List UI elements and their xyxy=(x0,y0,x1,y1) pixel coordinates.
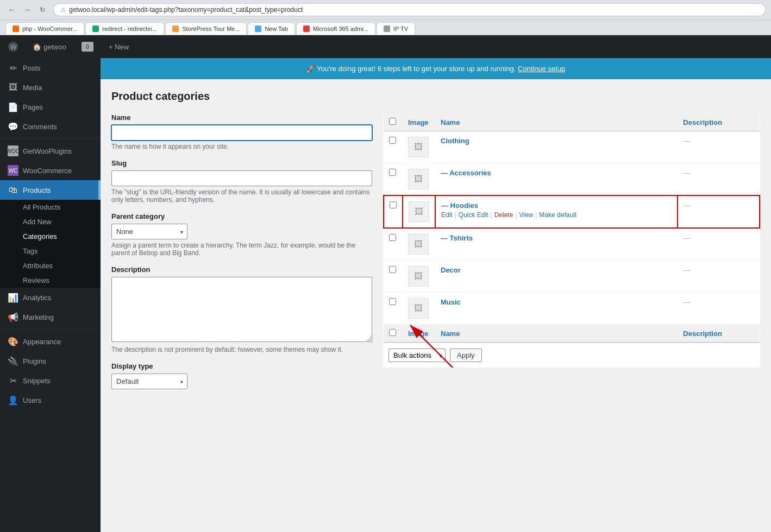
parent-select-wrap: None Clothing Accessories Hoodies Tshirt… xyxy=(111,224,187,239)
category-name-link[interactable]: — Accessories xyxy=(441,169,491,177)
wp-main: ✏ Posts 🖼 Media 📄 Pages 💬 Comments W xyxy=(0,58,771,532)
sidebar-item-appearance[interactable]: 🎨 Appearance xyxy=(0,332,101,351)
row-checkbox[interactable] xyxy=(389,298,396,305)
sidebar-submenu-add-new[interactable]: Add New xyxy=(0,214,101,229)
tab-m365[interactable]: Microsoft 365 admi... xyxy=(296,22,375,35)
row-name-cell: Music xyxy=(435,293,678,325)
category-name-link[interactable]: — Tshirts xyxy=(441,234,473,242)
name-input[interactable] xyxy=(111,125,372,141)
sidebar-item-analytics[interactable]: 📊 Analytics xyxy=(0,288,101,307)
col-header-image[interactable]: Image xyxy=(403,113,435,131)
sidebar-item-media[interactable]: 🖼 Media xyxy=(0,78,101,97)
sidebar-label-comments: Comments xyxy=(23,123,57,131)
row-checkbox[interactable] xyxy=(389,266,396,273)
marketing-icon: 📢 xyxy=(8,312,18,322)
sidebar-item-getwoo[interactable]: WOO GetWooPlugins xyxy=(0,141,101,161)
wp-content: 🚀 You're doing great! 6 steps left to ge… xyxy=(101,58,771,532)
wp-logo[interactable]: W xyxy=(5,39,21,54)
admin-bar-home[interactable]: 🏠 getwoo xyxy=(29,35,70,58)
plugins-icon: 🔌 xyxy=(8,356,18,366)
select-all-checkbox[interactable] xyxy=(389,118,396,125)
col-header-checkbox xyxy=(384,113,403,131)
row-desc-cell: — xyxy=(678,293,760,325)
wp-admin-bar: W 🏠 getwoo 0 + New xyxy=(0,35,771,58)
sidebar-item-plugins[interactable]: 🔌 Plugins xyxy=(0,351,101,371)
category-name-link[interactable]: — Hoodies xyxy=(441,201,478,210)
reload-button[interactable]: ↻ xyxy=(36,3,49,16)
apply-button[interactable]: Apply xyxy=(450,349,482,362)
description-hint: The description is not prominent by defa… xyxy=(111,346,372,353)
quick-edit-link[interactable]: Quick Edit xyxy=(459,211,488,219)
make-default-link[interactable]: Make default xyxy=(539,211,576,219)
sidebar-submenu-tags[interactable]: Tags xyxy=(0,244,101,258)
row-checkbox[interactable] xyxy=(390,201,397,208)
separator: | xyxy=(515,211,517,219)
row-desc-cell: — xyxy=(678,131,760,163)
banner-link[interactable]: Continue setup xyxy=(518,65,565,73)
bottom-select-all[interactable] xyxy=(389,329,396,336)
sidebar-submenu-reviews[interactable]: Reviews xyxy=(0,273,101,288)
form-panel: Name The name is how it appears on your … xyxy=(111,113,372,398)
row-image-cell: 🖼 xyxy=(403,163,435,196)
display-type-label: Display type xyxy=(111,362,372,370)
row-checkbox[interactable] xyxy=(389,234,396,241)
row-desc-cell: — xyxy=(678,163,760,196)
sidebar-submenu-all-products[interactable]: All Products xyxy=(0,200,101,214)
slug-hint: The "slug" is the URL-friendly version o… xyxy=(111,188,372,204)
admin-bar-new[interactable]: + New xyxy=(105,35,132,58)
sidebar-item-posts[interactable]: ✏ Posts xyxy=(0,58,101,78)
forward-button[interactable]: → xyxy=(21,3,34,16)
parent-select[interactable]: None Clothing Accessories Hoodies Tshirt… xyxy=(111,224,187,239)
sidebar-label-posts: Posts xyxy=(23,64,41,72)
col-header-description[interactable]: Description xyxy=(678,113,760,131)
sidebar-item-products[interactable]: 🛍 Products xyxy=(0,180,101,200)
nav-buttons[interactable]: ← → ↻ xyxy=(5,3,49,16)
bulk-actions-select[interactable]: Bulk actions Delete xyxy=(388,349,446,362)
edit-link[interactable]: Edit xyxy=(441,211,453,219)
sidebar-submenu-categories[interactable]: Categories xyxy=(0,229,101,244)
view-link[interactable]: View xyxy=(519,211,533,219)
tab-newtab[interactable]: New Tab xyxy=(248,22,295,35)
delete-link[interactable]: Delete xyxy=(494,211,513,219)
sidebar-item-snippets[interactable]: ✂ Snippets xyxy=(0,371,101,390)
category-name-link[interactable]: Music xyxy=(441,298,461,306)
row-checkbox-cell xyxy=(384,195,403,228)
sidebar-item-marketing[interactable]: 📢 Marketing xyxy=(0,307,101,327)
tab-label: redirect - redirectin... xyxy=(102,26,157,32)
tab-storepress[interactable]: StorePress Tour Me... xyxy=(165,22,247,35)
sidebar-item-users[interactable]: 👤 Users xyxy=(0,390,101,410)
row-checkbox[interactable] xyxy=(389,169,396,176)
category-name-link[interactable]: Decor xyxy=(441,266,461,274)
row-checkbox[interactable] xyxy=(389,137,396,144)
sidebar-item-comments[interactable]: 💬 Comments xyxy=(0,117,101,136)
sidebar-item-pages[interactable]: 📄 Pages xyxy=(0,97,101,117)
two-column-layout: Name The name is how it appears on your … xyxy=(111,113,760,398)
wp-logo-icon: W xyxy=(8,41,18,52)
description-textarea[interactable] xyxy=(111,277,372,342)
bottom-col-image[interactable]: Image xyxy=(403,325,435,343)
tab-label: StorePress Tour Me... xyxy=(182,26,240,32)
sidebar-label-plugins: Plugins xyxy=(23,357,46,365)
browser-tabs: php - WooCommer... redirect - redirectin… xyxy=(0,20,771,35)
tab-label: New Tab xyxy=(265,26,288,32)
address-bar[interactable]: ⚠ getwoo.local/wp-admin/edit-tags.php?ta… xyxy=(53,3,766,16)
table-row-hoodies: 🖼 — Hoodies Edit | Quick Edit xyxy=(384,195,760,228)
back-button[interactable]: ← xyxy=(5,3,18,16)
tab-iptv[interactable]: IP TV xyxy=(377,22,415,35)
tab-redirect[interactable]: redirect - redirectin... xyxy=(85,22,164,35)
display-type-select[interactable]: Default Products Subcategories Both xyxy=(111,373,187,389)
display-type-select-wrap: Default Products Subcategories Both ▾ xyxy=(111,373,187,389)
row-thumbnail: 🖼 xyxy=(408,266,429,287)
name-label: Name xyxy=(111,113,372,122)
slug-input[interactable] xyxy=(111,170,372,186)
category-name-link[interactable]: Clothing xyxy=(441,137,469,145)
sidebar-submenu-attributes[interactable]: Attributes xyxy=(0,258,101,273)
tab-php[interactable]: php - WooCommer... xyxy=(5,22,84,35)
admin-bar-comments[interactable]: 0 xyxy=(78,35,97,58)
sidebar-label-getwoo: GetWooPlugins xyxy=(23,147,72,155)
bottom-col-description[interactable]: Description xyxy=(678,325,760,343)
bottom-col-name[interactable]: Name xyxy=(435,325,678,343)
col-header-name[interactable]: Name xyxy=(435,113,678,131)
browser-chrome: ← → ↻ ⚠ getwoo.local/wp-admin/edit-tags.… xyxy=(0,0,771,20)
sidebar-item-woocommerce[interactable]: WC WooCommerce xyxy=(0,161,101,180)
